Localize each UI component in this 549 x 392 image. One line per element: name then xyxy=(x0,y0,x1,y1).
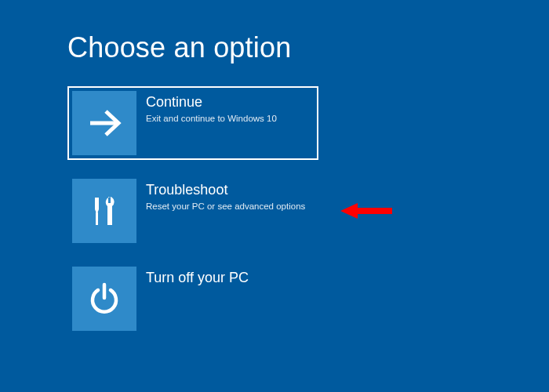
recovery-options-screen: Choose an option Continue Exit and conti… xyxy=(0,0,549,336)
option-title: Continue xyxy=(146,94,314,111)
option-text: Turn off your PC xyxy=(136,267,314,289)
option-turn-off[interactable]: Turn off your PC xyxy=(67,262,318,336)
power-icon xyxy=(72,267,136,331)
option-text: Continue Exit and continue to Windows 10 xyxy=(136,91,314,125)
svg-marker-2 xyxy=(95,209,99,212)
option-description: Reset your PC or see advanced options xyxy=(146,201,314,213)
tools-icon xyxy=(72,179,136,243)
svg-rect-3 xyxy=(96,212,98,225)
option-text: Troubleshoot Reset your PC or see advanc… xyxy=(136,179,314,212)
page-title: Choose an option xyxy=(67,31,549,64)
option-title: Turn off your PC xyxy=(146,270,314,287)
arrow-right-icon xyxy=(72,91,136,155)
svg-rect-1 xyxy=(95,198,99,209)
option-continue[interactable]: Continue Exit and continue to Windows 10 xyxy=(67,86,318,160)
annotation-arrow-icon xyxy=(340,201,395,223)
option-troubleshoot[interactable]: Troubleshoot Reset your PC or see advanc… xyxy=(67,174,318,248)
option-title: Troubleshoot xyxy=(146,182,314,199)
option-description: Exit and continue to Windows 10 xyxy=(146,113,314,125)
svg-marker-5 xyxy=(340,203,392,219)
